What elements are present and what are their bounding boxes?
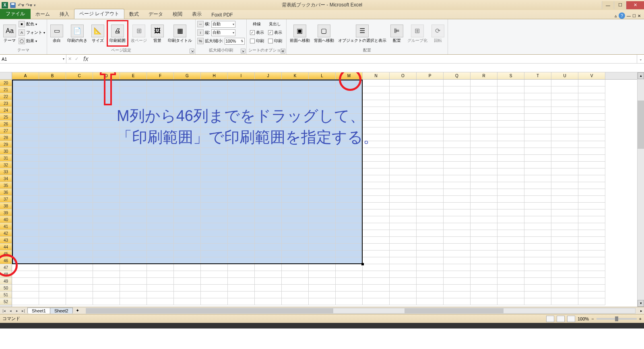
cell[interactable] <box>390 216 417 223</box>
cell[interactable] <box>417 203 444 209</box>
cell[interactable] <box>12 175 39 182</box>
cell[interactable] <box>201 107 228 114</box>
cell[interactable] <box>390 93 417 100</box>
cell[interactable] <box>174 209 201 216</box>
cell[interactable] <box>363 175 390 182</box>
cell[interactable] <box>336 162 363 168</box>
cell[interactable] <box>147 285 174 292</box>
cell[interactable] <box>120 127 147 134</box>
cell[interactable] <box>66 107 93 114</box>
cell[interactable] <box>444 230 471 237</box>
cell[interactable] <box>174 257 201 264</box>
cell[interactable] <box>147 100 174 107</box>
cell[interactable] <box>228 285 255 292</box>
cell[interactable] <box>147 182 174 189</box>
cell[interactable] <box>174 237 201 244</box>
cell[interactable] <box>417 182 444 189</box>
cell[interactable] <box>524 127 551 134</box>
row-header-23[interactable]: 23 <box>0 100 12 107</box>
cell[interactable] <box>309 107 336 114</box>
cell[interactable] <box>255 237 282 244</box>
maximize-button[interactable]: ☐ <box>614 1 626 9</box>
cell[interactable] <box>120 196 147 203</box>
cell[interactable] <box>201 271 228 278</box>
cell[interactable] <box>417 285 444 292</box>
cell[interactable] <box>578 100 605 107</box>
cell[interactable] <box>282 80 309 86</box>
cell[interactable] <box>174 148 201 155</box>
cell[interactable] <box>255 250 282 257</box>
cell[interactable] <box>12 182 39 189</box>
cell[interactable] <box>497 278 524 285</box>
sheet-tab-2[interactable]: Sheet2 <box>50 308 73 314</box>
cell[interactable] <box>309 168 336 175</box>
cell[interactable] <box>363 121 390 127</box>
cell[interactable] <box>497 148 524 155</box>
cell[interactable] <box>39 209 66 216</box>
row-header-32[interactable]: 32 <box>0 162 12 168</box>
cell[interactable] <box>551 244 578 250</box>
cell[interactable] <box>309 134 336 141</box>
cell[interactable] <box>120 230 147 237</box>
cell[interactable] <box>39 189 66 196</box>
cell[interactable] <box>174 100 201 107</box>
cell[interactable] <box>497 230 524 237</box>
cell[interactable] <box>417 86 444 93</box>
cell[interactable] <box>255 230 282 237</box>
cell[interactable] <box>255 298 282 305</box>
cell[interactable] <box>417 155 444 162</box>
cell[interactable] <box>309 175 336 182</box>
row-header-26[interactable]: 26 <box>0 121 12 127</box>
row-header-46[interactable]: 46 <box>0 257 12 264</box>
cell[interactable] <box>417 298 444 305</box>
cell[interactable] <box>524 114 551 121</box>
cell[interactable] <box>390 114 417 121</box>
cell[interactable] <box>174 162 201 168</box>
cell[interactable] <box>309 223 336 230</box>
cell[interactable] <box>282 175 309 182</box>
formula-expand-icon[interactable]: ⌄ <box>637 55 644 63</box>
cell[interactable] <box>417 237 444 244</box>
tab-foxit[interactable]: Foxit PDF <box>206 11 237 19</box>
cell[interactable] <box>363 80 390 86</box>
cell[interactable] <box>282 209 309 216</box>
cell[interactable] <box>336 257 363 264</box>
cell[interactable] <box>201 114 228 121</box>
cell[interactable] <box>66 141 93 148</box>
cell[interactable] <box>174 203 201 209</box>
cell[interactable] <box>174 175 201 182</box>
row-header-24[interactable]: 24 <box>0 107 12 114</box>
tab-data[interactable]: データ <box>144 10 168 19</box>
cell[interactable] <box>578 141 605 148</box>
cell[interactable] <box>551 278 578 285</box>
cell[interactable] <box>66 216 93 223</box>
cell[interactable] <box>147 134 174 141</box>
cell[interactable] <box>578 264 605 271</box>
cell[interactable] <box>309 196 336 203</box>
cell[interactable] <box>255 100 282 107</box>
cell[interactable] <box>363 223 390 230</box>
cell[interactable] <box>93 127 120 134</box>
cell[interactable] <box>524 237 551 244</box>
cell[interactable] <box>497 168 524 175</box>
cell[interactable] <box>363 148 390 155</box>
cell[interactable] <box>255 80 282 86</box>
hscroll-thumb-left[interactable] <box>86 308 333 313</box>
cell[interactable] <box>39 237 66 244</box>
cell[interactable] <box>497 271 524 278</box>
cell[interactable] <box>147 257 174 264</box>
column-header-T[interactable]: T <box>524 72 551 79</box>
cell[interactable] <box>309 209 336 216</box>
cell[interactable] <box>147 162 174 168</box>
headings-view-checkbox[interactable]: ✓ <box>268 30 273 35</box>
cell[interactable] <box>120 278 147 285</box>
cell[interactable] <box>471 121 497 127</box>
qat-customize-icon[interactable]: ▾ <box>34 3 36 7</box>
column-header-A[interactable]: A <box>12 72 39 79</box>
cell[interactable] <box>471 223 497 230</box>
cell[interactable] <box>524 134 551 141</box>
row-header-31[interactable]: 31 <box>0 155 12 162</box>
cell[interactable] <box>390 189 417 196</box>
cells-grid[interactable] <box>12 80 637 305</box>
cell[interactable] <box>336 148 363 155</box>
